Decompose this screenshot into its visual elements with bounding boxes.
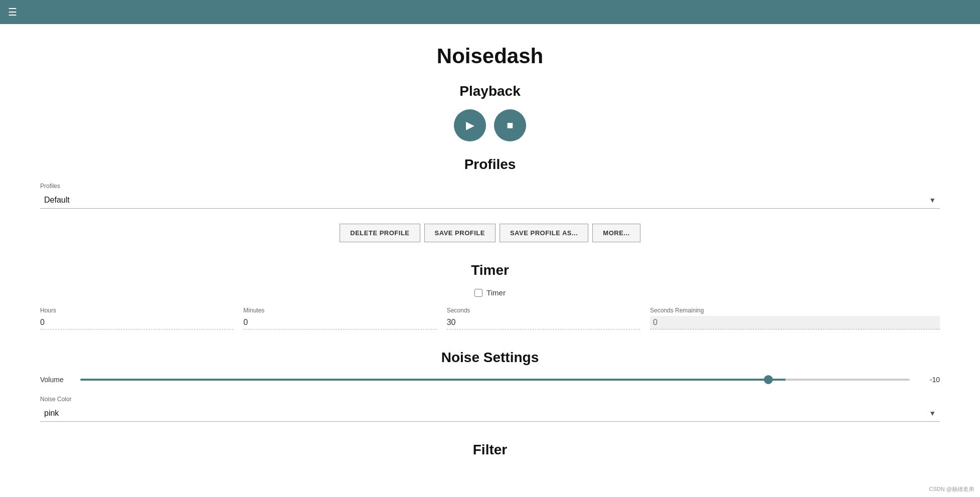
- seconds-label: Seconds: [447, 307, 640, 314]
- volume-row: Volume -10: [40, 376, 940, 384]
- playback-title: Playback: [40, 83, 940, 99]
- minutes-label: Minutes: [243, 307, 436, 314]
- hours-label: Hours: [40, 307, 233, 314]
- noise-settings-title: Noise Settings: [40, 350, 940, 366]
- remaining-label: Seconds Remaining: [650, 307, 940, 314]
- timer-title: Timer: [40, 262, 940, 278]
- play-button[interactable]: ▶: [454, 109, 486, 141]
- filter-title: Filter: [40, 442, 940, 458]
- noise-color-select-wrapper: pink white brown blue ▼: [40, 405, 940, 422]
- hours-field-group: Hours: [40, 307, 233, 329]
- seconds-input[interactable]: [447, 316, 640, 329]
- watermark: CSDN @杨雄老弟: [929, 485, 974, 493]
- minutes-field-group: Minutes: [243, 307, 436, 329]
- noise-color-label: Noise Color: [40, 396, 940, 403]
- timer-section: Timer Timer Hours Minutes Seconds Second…: [40, 262, 940, 329]
- profile-buttons: DELETE PROFILE SAVE PROFILE SAVE PROFILE…: [40, 224, 940, 242]
- filter-section: Filter: [40, 442, 940, 458]
- hours-input[interactable]: [40, 316, 233, 329]
- topbar: ☰: [0, 0, 980, 24]
- delete-profile-button[interactable]: DELETE PROFILE: [340, 224, 420, 242]
- save-profile-as-button[interactable]: SAVE PROFILE AS...: [500, 224, 588, 242]
- save-profile-button[interactable]: SAVE PROFILE: [424, 224, 496, 242]
- app-title: Noisedash: [40, 44, 940, 68]
- stop-icon: ■: [507, 119, 513, 132]
- noise-settings-section: Noise Settings Volume -10 Noise Color pi…: [40, 350, 940, 422]
- timer-checkbox-row: Timer: [40, 288, 940, 297]
- profiles-select[interactable]: Default: [40, 192, 940, 209]
- profiles-label: Profiles: [40, 183, 940, 190]
- noise-color-group: Noise Color pink white brown blue ▼: [40, 396, 940, 422]
- seconds-field-group: Seconds: [447, 307, 640, 329]
- volume-value: -10: [920, 376, 940, 384]
- timer-checkbox[interactable]: [474, 289, 482, 297]
- play-icon: ▶: [466, 119, 474, 132]
- profiles-select-wrapper: Default ▼: [40, 192, 940, 209]
- remaining-input: [650, 316, 940, 329]
- volume-slider[interactable]: [80, 379, 910, 381]
- stop-button[interactable]: ■: [494, 109, 526, 141]
- menu-icon[interactable]: ☰: [8, 6, 17, 18]
- noise-color-select[interactable]: pink white brown blue: [40, 405, 940, 422]
- timer-fields: Hours Minutes Seconds Seconds Remaining: [40, 307, 940, 329]
- profiles-title: Profiles: [40, 156, 940, 173]
- main-content: Noisedash Playback ▶ ■ Profiles Profiles…: [0, 24, 980, 497]
- minutes-input[interactable]: [243, 316, 436, 329]
- more-button[interactable]: MORE...: [592, 224, 640, 242]
- remaining-field-group: Seconds Remaining: [650, 307, 940, 329]
- timer-checkbox-label: Timer: [486, 288, 506, 297]
- playback-controls: ▶ ■: [40, 109, 940, 141]
- volume-label: Volume: [40, 376, 70, 384]
- profiles-section: Profiles Default ▼: [40, 183, 940, 209]
